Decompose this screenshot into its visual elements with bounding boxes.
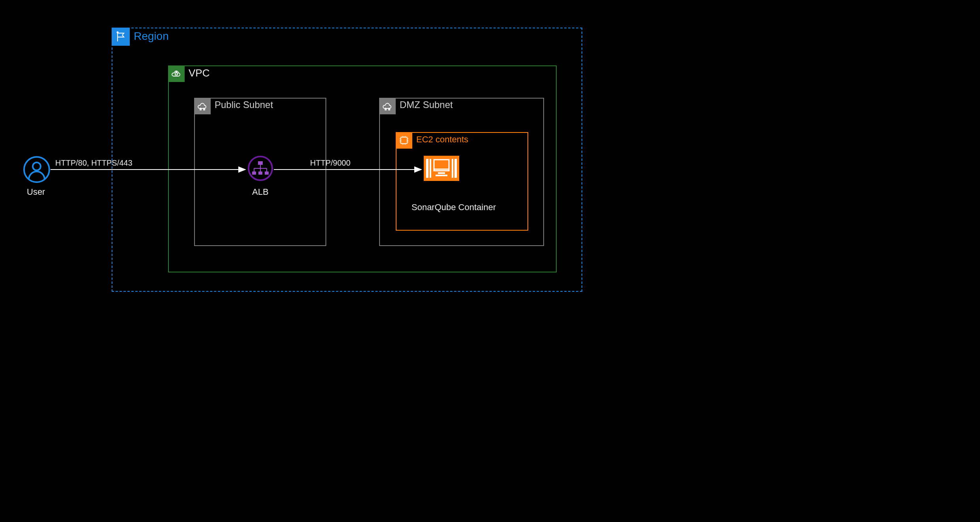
public-subnet-icon <box>194 98 211 114</box>
dmz-subnet-icon <box>379 98 396 114</box>
public-subnet-label: Public Subnet <box>215 99 273 110</box>
svg-rect-3 <box>200 109 201 110</box>
vpc-label: VPC <box>189 67 209 79</box>
dmz-subnet-label: DMZ Subnet <box>400 99 453 110</box>
diagram-canvas: Region VPC Public Subnet <box>0 0 611 325</box>
region-label: Region <box>134 30 169 43</box>
svg-rect-7 <box>385 109 386 110</box>
svg-rect-39 <box>452 159 453 178</box>
svg-point-25 <box>33 162 41 170</box>
user-icon <box>23 156 50 185</box>
svg-rect-4 <box>204 109 205 110</box>
arrow1-label: HTTP/80, HTTPS/443 <box>55 158 133 168</box>
svg-rect-35 <box>265 172 269 175</box>
vpc-icon <box>168 65 185 82</box>
region-icon <box>112 28 130 46</box>
svg-rect-2 <box>175 73 178 75</box>
ec2-label: EC2 contents <box>416 134 468 145</box>
ec2-box: EC2 contents <box>396 132 528 231</box>
alb-label: ALB <box>252 187 269 197</box>
container-icon <box>424 156 459 183</box>
svg-rect-11 <box>401 137 407 144</box>
svg-rect-33 <box>252 172 256 175</box>
user-label: User <box>27 187 45 197</box>
arrow2-label: HTTP/9000 <box>310 158 350 168</box>
svg-rect-40 <box>454 159 457 178</box>
svg-rect-38 <box>430 159 431 178</box>
container-label: SonarQube Container <box>402 202 505 213</box>
svg-rect-34 <box>258 172 262 175</box>
alb-icon <box>248 156 273 183</box>
svg-rect-27 <box>258 161 263 165</box>
svg-rect-8 <box>389 109 390 110</box>
ec2-icon <box>396 132 412 149</box>
svg-rect-37 <box>426 159 428 178</box>
svg-rect-43 <box>438 172 445 174</box>
svg-rect-44 <box>436 175 447 176</box>
